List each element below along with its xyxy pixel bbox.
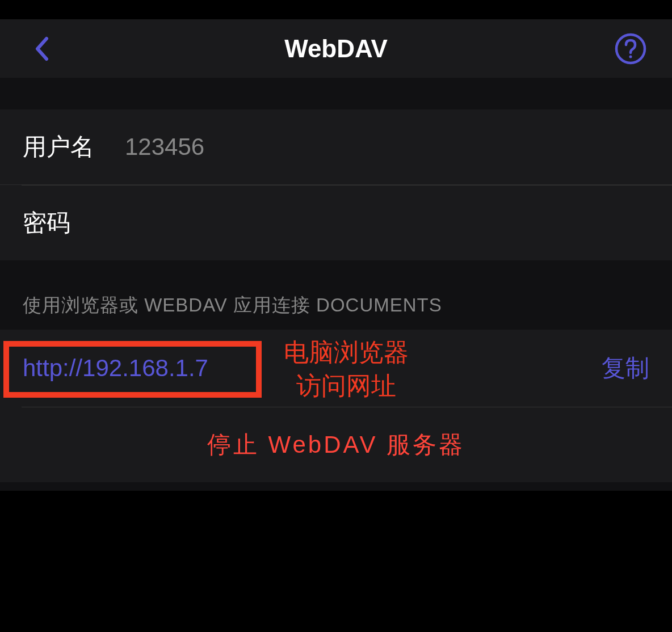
chevron-left-icon bbox=[34, 36, 49, 61]
username-row[interactable]: 用户名 bbox=[0, 109, 672, 185]
back-button[interactable] bbox=[34, 36, 49, 61]
password-row[interactable]: 密码 bbox=[0, 186, 672, 260]
username-label: 用户名 bbox=[23, 131, 125, 163]
svg-point-1 bbox=[629, 55, 632, 58]
url-section: http://192.168.1.7 电脑浏览器 访问网址 复制 停止 WebD… bbox=[0, 330, 672, 482]
help-button[interactable] bbox=[615, 33, 646, 65]
stop-server-label: 停止 WebDAV 服务器 bbox=[207, 429, 465, 461]
url-row: http://192.168.1.7 电脑浏览器 访问网址 复制 bbox=[0, 330, 672, 407]
credentials-section: 用户名 密码 bbox=[0, 109, 672, 260]
annotation-text: 电脑浏览器 访问网址 bbox=[284, 335, 409, 403]
stop-server-button[interactable]: 停止 WebDAV 服务器 bbox=[0, 407, 672, 482]
page-title: WebDAV bbox=[284, 35, 388, 63]
copy-button[interactable]: 复制 bbox=[602, 352, 649, 384]
svg-point-0 bbox=[616, 35, 645, 63]
password-label: 密码 bbox=[23, 207, 125, 239]
password-input[interactable] bbox=[125, 209, 649, 237]
connection-section-header: 使用浏览器或 WEBDAV 应用连接 DOCUMENTS bbox=[0, 287, 672, 330]
help-icon bbox=[615, 33, 646, 65]
navigation-bar: WebDAV bbox=[0, 19, 672, 78]
username-input[interactable] bbox=[125, 133, 649, 161]
server-url[interactable]: http://192.168.1.7 bbox=[23, 355, 208, 382]
